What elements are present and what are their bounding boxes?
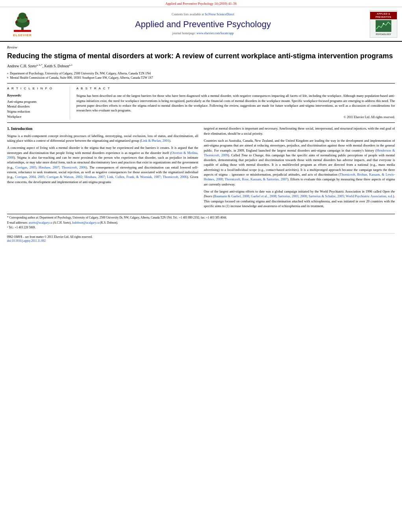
journal-header: ELSEVIER Contents lists available at Sci… — [0, 7, 402, 42]
svg-rect-10 — [376, 20, 391, 32]
article-info-column: A R T I C L E I N F O Keywords: Anti-sti… — [7, 87, 70, 119]
journal-homepage: journal homepage: www.elsevier.com/locat… — [40, 32, 366, 36]
logo-bottom-text: PSYCHOLOGY — [376, 33, 392, 36]
page-wrapper: Applied and Preventive Psychology 14 (20… — [0, 0, 402, 243]
affiliation-b: b Mental Health Commission of Canada, Su… — [7, 76, 395, 80]
app-logo-box: APPLIED &PREVENTIVE PSYCHOLOGY — [370, 10, 397, 38]
svg-point-11 — [383, 23, 384, 24]
sciverse-link-text[interactable]: SciVerse ScienceDirect — [205, 13, 234, 16]
section-1-title: 1. Introduction — [7, 126, 198, 132]
ref-gaebel[interactable]: Gaebel et al., 2008 — [251, 194, 276, 198]
email-link-2[interactable]: ksdobson@ucalgary.ca — [72, 221, 99, 224]
logo-top-text: APPLIED &PREVENTIVE — [370, 12, 397, 19]
bottom-bar: 0962-1849/$ – see front matter © 2011 El… — [7, 233, 395, 243]
article-info-header: A R T I C L E I N F O — [7, 87, 66, 91]
svg-point-6 — [15, 21, 18, 23]
svg-point-7 — [27, 20, 30, 22]
journal-center: Contents lists available at SciVerse Sci… — [40, 13, 366, 36]
journal-top-bar: Applied and Preventive Psychology 14 (20… — [0, 0, 402, 7]
keyword-1: Anti-stigma programs — [7, 99, 66, 104]
article-content: Review Reducing the stigma of mental dis… — [0, 42, 402, 243]
body-p4: Countries such as Australia, Canada, New… — [204, 138, 395, 187]
affiliation-a: a Department of Psychology, University o… — [7, 71, 395, 76]
ref-hinshaw2[interactable]: Hinshaw, 2007 — [84, 175, 105, 179]
body-col-right: targeted at mental disorders is importan… — [204, 126, 395, 211]
article-meta-section: A R T I C L E I N F O Keywords: Anti-sti… — [7, 87, 395, 119]
ref-corrigan-2004[interactable]: Corrigan, 2004, 2005 — [15, 175, 44, 179]
body-p3: targeted at mental disorders is importan… — [204, 126, 395, 136]
affiliations: a Department of Psychology, University o… — [7, 71, 395, 80]
keywords-label: Keywords: — [7, 93, 66, 98]
issn-line: 0962-1849/$ – see front matter © 2011 El… — [7, 235, 93, 243]
body-section: 1. Introduction Stigma is a multi-compon… — [7, 126, 395, 211]
footnotes: * Corresponding author at: Department of… — [7, 214, 395, 230]
svg-point-9 — [26, 16, 28, 18]
logo-mid-graphic — [376, 20, 392, 32]
divider-2 — [7, 122, 395, 123]
ref-hinshaw[interactable]: Hinshaw, 2007 — [39, 165, 59, 169]
keyword-3: Stigma reduction — [7, 109, 66, 114]
ref-corrigan-2005[interactable]: Corrigan, 2005 — [15, 165, 36, 169]
svg-point-4 — [19, 13, 26, 19]
abstract-text: Stigma has been described as one of the … — [76, 93, 395, 113]
keywords-list: Anti-stigma programs Mental disorders St… — [7, 99, 66, 119]
article-type: Review — [7, 45, 395, 50]
article-title: Reducing the stigma of mental disorders … — [7, 52, 395, 61]
journal-citation: Applied and Preventive Psychology 14 (20… — [165, 2, 237, 6]
journal-url[interactable]: www.elsevier.com/locate/app — [196, 32, 233, 35]
email-link-1[interactable]: aszeto@ucalgary.ca — [29, 221, 52, 224]
keyword-2: Mental disorders — [7, 104, 66, 109]
copyright-note: © 2011 Elsevier Ltd. All rights reserved… — [76, 115, 395, 120]
body-p1: Stigma is a multi-component concept invo… — [7, 133, 198, 143]
footnote-tel: ¹ Tel.: +1 403 220 5069. — [7, 226, 395, 230]
svg-point-8 — [18, 17, 20, 19]
ref-link-phelan[interactable]: Link & Phelan, 2001 — [141, 139, 169, 143]
ref-baumann[interactable]: Baumann & Gaebel, 2008 — [214, 194, 249, 198]
journal-title: Applied and Preventive Psychology — [40, 19, 366, 30]
footnote-corresponding: * Corresponding author at: Department of… — [7, 216, 395, 220]
authors-line: Andrew C.H. Szetoa, b,*, Keith S. Dobson… — [7, 63, 395, 69]
ref-corrigan-watson[interactable]: Corrigan & Watson, 2002 — [47, 175, 82, 179]
ref-link-cullen[interactable]: Link, Cullen, Frank, & Wozniak, 1987 — [107, 175, 161, 179]
body-p5: One of the largest anti-stigma efforts t… — [204, 189, 395, 208]
author1: Andrew C.H. Szetoa, b,*, Keith S. Dobson… — [7, 64, 72, 68]
ref-thornicroft-2006[interactable]: Thornicroft, 2006 — [61, 165, 86, 169]
ref-wpa[interactable]: World Psychiatric Association, n.d. — [346, 194, 393, 198]
body-p2: A concerning aspect of living with a men… — [7, 145, 198, 184]
svg-rect-5 — [14, 30, 31, 32]
sciverse-line: Contents lists available at SciVerse Sci… — [40, 13, 366, 17]
abstract-header: A B S T R A C T — [76, 87, 395, 91]
elsevier-wordmark: ELSEVIER — [13, 33, 32, 38]
ref-sartorius-schulze[interactable]: Sartorius & Schulze, 2005 — [309, 194, 344, 198]
elsevier-logo: ELSEVIER — [5, 11, 40, 38]
ref-thornicroft-2007[interactable]: Thornicroft, Rose, Kassam, & Sartorius, … — [225, 177, 287, 181]
ref-sartorius-2003[interactable]: Sartorius, 2003, 2008 — [278, 194, 307, 198]
journal-right-logo: APPLIED &PREVENTIVE PSYCHOLOGY — [366, 10, 397, 38]
keyword-4: Workplace — [7, 114, 66, 119]
divider-1 — [7, 83, 395, 83]
body-col-left: 1. Introduction Stigma is a multi-compon… — [7, 126, 198, 211]
ref-henderson[interactable]: Henderson & Thornicroft, 2009 — [204, 148, 395, 157]
ref-thornicroft2[interactable]: Thornicroft, 2006 — [163, 175, 187, 179]
ref-overton[interactable]: Overton & Medina, 2008 — [7, 151, 198, 159]
footnote-email: E-mail addresses: aszeto@ucalgary.ca (A.… — [7, 221, 395, 225]
elsevier-tree-icon — [11, 11, 34, 33]
doi-line[interactable]: doi:10.1016/j.appsy.2011.11.002 — [7, 239, 93, 243]
abstract-column: A B S T R A C T Stigma has been describe… — [76, 87, 395, 119]
